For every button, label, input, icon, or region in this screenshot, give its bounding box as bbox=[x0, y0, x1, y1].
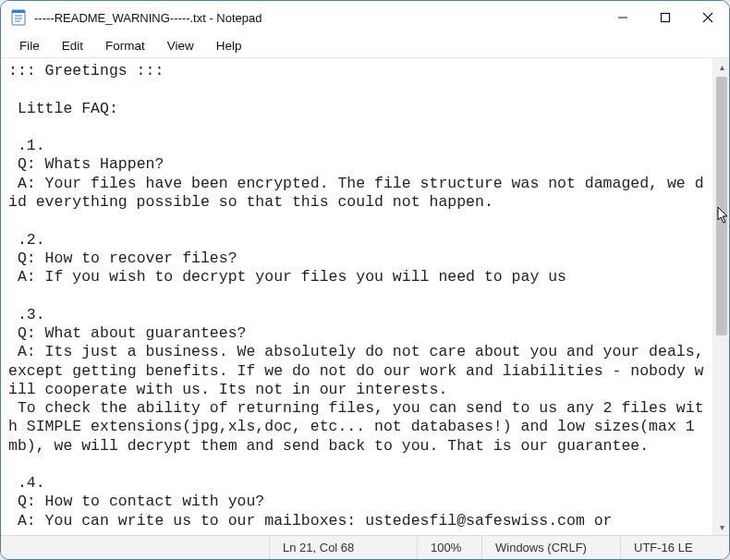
titlebar: -----README_WARNING-----.txt - Notepad bbox=[1, 1, 729, 34]
svg-rect-1 bbox=[12, 10, 25, 13]
vertical-scrollbar[interactable]: ▴ ▾ bbox=[712, 58, 729, 535]
status-encoding: UTF-16 LE bbox=[620, 536, 729, 559]
menu-file[interactable]: File bbox=[10, 37, 49, 55]
menubar: File Edit Format View Help bbox=[1, 34, 729, 58]
statusbar: Ln 21, Col 68 100% Windows (CRLF) UTF-16… bbox=[1, 535, 729, 559]
minimize-button[interactable] bbox=[602, 1, 644, 34]
text-editor[interactable]: ::: Greetings ::: Little FAQ: .1. Q: Wha… bbox=[1, 58, 712, 535]
notepad-window: -----README_WARNING-----.txt - Notepad F… bbox=[0, 0, 730, 560]
scrollbar-thumb[interactable] bbox=[716, 77, 727, 335]
menu-edit[interactable]: Edit bbox=[53, 37, 92, 55]
notepad-app-icon bbox=[10, 9, 27, 26]
menu-format[interactable]: Format bbox=[96, 37, 154, 55]
content-area: ::: Greetings ::: Little FAQ: .1. Q: Wha… bbox=[1, 58, 729, 535]
scroll-down-icon[interactable]: ▾ bbox=[713, 518, 729, 535]
window-title: -----README_WARNING-----.txt - Notepad bbox=[34, 11, 262, 25]
scroll-up-icon[interactable]: ▴ bbox=[713, 58, 729, 75]
close-button[interactable] bbox=[687, 1, 729, 34]
status-zoom: 100% bbox=[417, 536, 481, 559]
menu-help[interactable]: Help bbox=[207, 37, 251, 55]
menu-view[interactable]: View bbox=[158, 37, 203, 55]
svg-rect-6 bbox=[662, 14, 670, 22]
status-caret-position: Ln 21, Col 68 bbox=[269, 536, 417, 559]
maximize-button[interactable] bbox=[644, 1, 687, 34]
status-line-ending: Windows (CRLF) bbox=[481, 536, 620, 559]
